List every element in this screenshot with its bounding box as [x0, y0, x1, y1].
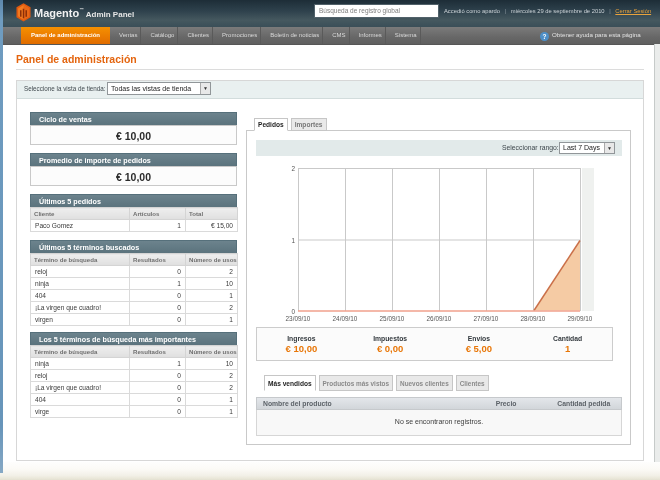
svg-text:1: 1: [291, 237, 295, 244]
svg-text:25/09/10: 25/09/10: [380, 315, 405, 322]
svg-text:26/09/10: 26/09/10: [427, 315, 452, 322]
svg-text:24/09/10: 24/09/10: [333, 315, 358, 322]
svg-text:29/09/10: 29/09/10: [568, 315, 593, 322]
svg-text:27/09/10: 27/09/10: [474, 315, 499, 322]
svg-text:23/09/10: 23/09/10: [286, 315, 311, 322]
svg-text:0: 0: [291, 308, 295, 315]
svg-text:2: 2: [291, 165, 295, 172]
svg-text:28/09/10: 28/09/10: [521, 315, 546, 322]
